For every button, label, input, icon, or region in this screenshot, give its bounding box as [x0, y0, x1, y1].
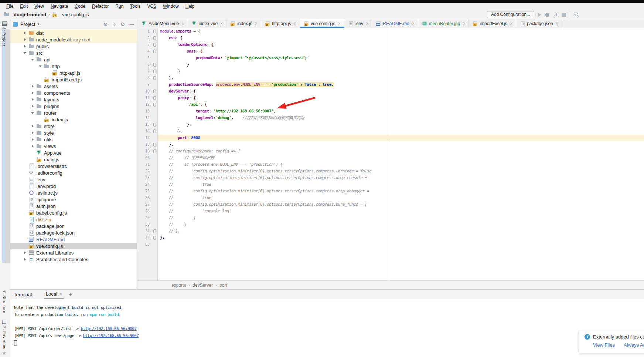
tab-close-icon[interactable]: × — [255, 21, 258, 26]
fold-open-icon[interactable] — [153, 149, 156, 153]
fold-open-icon[interactable] — [153, 90, 156, 93]
editor-tab--env[interactable]: .env× — [344, 19, 372, 28]
menu-run[interactable]: Run — [112, 3, 127, 10]
coverage-icon[interactable]: ↺ — [553, 12, 558, 17]
fold-close-icon[interactable] — [153, 143, 156, 146]
tree-item-router[interactable]: router — [10, 110, 137, 116]
tree-item-plugins[interactable]: plugins — [10, 103, 137, 110]
layout-grid-icon[interactable] — [2, 320, 6, 324]
editor-tab-package-json[interactable]: package.json× — [516, 19, 562, 28]
editor-tab-vue-config-js[interactable]: vue.config.js× — [300, 19, 344, 28]
fold-close-icon[interactable] — [153, 229, 156, 233]
tree-item-auth-json[interactable]: auth.json — [10, 203, 137, 209]
menu-window[interactable]: Window — [160, 3, 182, 10]
tree-item-style[interactable]: style — [10, 129, 137, 136]
tree-item-dist[interactable]: dist — [10, 30, 137, 36]
fold-open-icon[interactable] — [153, 103, 156, 107]
tree-item--gitignore[interactable]: .gitignore — [10, 196, 137, 203]
tree-item-scratches-and-consoles[interactable]: Scratches and Consoles — [10, 256, 137, 263]
fold-close-icon[interactable] — [153, 63, 156, 67]
tree-item-node-modules[interactable]: node_modules library root — [10, 36, 137, 43]
editor-tab-readme-md[interactable]: README.md× — [372, 19, 418, 28]
tool-window-icon[interactable] — [2, 21, 7, 26]
code-editor[interactable]: 1module.exports = {2 css: {3 loaderOptio… — [138, 28, 644, 280]
fold-open-icon[interactable] — [153, 43, 156, 47]
terminal-link[interactable]: http://192.168.66.56:9007 — [83, 333, 139, 338]
tree-item-http[interactable]: http — [10, 63, 137, 70]
tab-close-icon[interactable]: × — [412, 21, 415, 26]
new-terminal-button[interactable]: + — [69, 291, 72, 298]
tab-close-icon[interactable]: × — [510, 21, 512, 26]
tab-close-icon[interactable]: × — [366, 21, 368, 26]
project-panel-title[interactable]: Project — [20, 21, 35, 27]
run-icon[interactable] — [538, 13, 541, 17]
fold-close-icon[interactable] — [153, 129, 156, 133]
tree-item-app-vue[interactable]: App.vue — [10, 149, 137, 156]
tree-item-utils[interactable]: utils — [10, 136, 137, 143]
notification-action-always-add[interactable]: Always Add — [624, 342, 644, 348]
tab-close-icon[interactable]: × — [338, 21, 341, 26]
tree-item-views[interactable]: views — [10, 143, 137, 149]
tree-item-package-json[interactable]: package.json — [10, 223, 137, 229]
tab-close-icon[interactable]: × — [556, 21, 558, 26]
tree-item-main-js[interactable]: main.js — [10, 156, 137, 163]
tab-close-icon[interactable]: × — [294, 21, 296, 26]
star-icon[interactable]: ★ — [2, 350, 7, 356]
terminal-output[interactable]: Note that the development build is not o… — [10, 299, 644, 346]
editor-tab-asidemenu-vue[interactable]: AsideMenu.vue× — [138, 19, 188, 28]
menu-code[interactable]: Code — [71, 3, 89, 10]
editor-tab-importexcel-js[interactable]: importExcel.js× — [469, 19, 516, 28]
tree-item-importexcel-js[interactable]: importExcel.js — [10, 76, 137, 83]
editor-breadcrumb-devserver[interactable]: devServer — [192, 283, 213, 288]
search-icon[interactable] — [574, 12, 579, 17]
fold-open-icon[interactable] — [153, 50, 156, 53]
tree-item-api[interactable]: api — [10, 56, 137, 63]
url-link[interactable]: http://192.168.66.56:9007 — [216, 109, 272, 114]
tree-item-vue-config-js[interactable]: vue.config.js — [10, 243, 137, 249]
tree-item-src[interactable]: src — [10, 50, 137, 56]
breadcrumb-project[interactable]: duoji-frontend — [14, 12, 46, 17]
tree-item--browserslistrc[interactable]: .browserslistrc — [10, 163, 137, 169]
tab-close-icon[interactable]: × — [220, 21, 223, 26]
tree-item-assets[interactable]: assets — [10, 83, 137, 90]
menu-tools[interactable]: Tools — [127, 3, 144, 10]
stripe-item-project[interactable]: 1: Project — [2, 27, 6, 46]
tree-item--editorconfig[interactable]: .editorconfig — [10, 169, 137, 176]
tree-item-layouts[interactable]: layouts — [10, 96, 137, 103]
tree-item-package-lock-json[interactable]: package-lock.json — [10, 229, 137, 236]
editor-tab-http-api-js[interactable]: http-api.js× — [261, 19, 300, 28]
editor-tab-menurouter-jpg[interactable]: menuRouter.jpg× — [418, 19, 469, 28]
tree-item-babel-config-js[interactable]: babel.config.js — [10, 209, 137, 216]
terminal-link[interactable]: http://192.168.66.56:9007 — [81, 326, 137, 331]
tree-item-index-js[interactable]: index.js — [10, 116, 137, 123]
fold-close-icon[interactable] — [153, 76, 156, 80]
terminal-tab-local[interactable]: Local × — [44, 290, 64, 299]
settings-icon[interactable]: ⚙ — [120, 21, 125, 27]
editor-tab-index-vue[interactable]: index.vue× — [188, 19, 226, 28]
menu-view[interactable]: View — [31, 3, 47, 10]
stop-icon[interactable] — [562, 13, 566, 17]
tree-item-dist-zip[interactable]: dist.zip — [10, 216, 137, 223]
debug-icon[interactable] — [545, 13, 549, 17]
fold-open-icon[interactable] — [153, 30, 156, 33]
tree-item-public[interactable]: public — [10, 43, 137, 50]
add-configuration-button[interactable]: Add Configuration... — [487, 11, 534, 18]
breadcrumb-file[interactable]: vue.config.js — [62, 12, 89, 17]
fold-close-icon[interactable] — [153, 70, 156, 73]
chevron-down-icon[interactable]: ▾ — [37, 22, 39, 26]
menu-navigate[interactable]: Navigate — [47, 3, 71, 10]
fold-open-icon[interactable] — [153, 96, 156, 100]
menu-edit[interactable]: Edit — [17, 3, 31, 10]
editor-breadcrumb-port[interactable]: port — [219, 283, 227, 288]
tab-close-icon[interactable]: × — [463, 21, 465, 26]
editor-breadcrumb-exports[interactable]: exports — [171, 283, 186, 288]
tree-item--eslintrc-js[interactable]: .eslintrc.js — [10, 189, 137, 196]
stripe-item-structure[interactable]: 7: Structure — [2, 290, 7, 313]
menu-help[interactable]: Help — [182, 3, 198, 10]
locate-icon[interactable]: ⊕ — [104, 21, 108, 27]
tree-item-store[interactable]: store — [10, 123, 137, 129]
menu-vcs[interactable]: VCS — [144, 3, 160, 10]
notification-action-view-files[interactable]: View Files — [593, 342, 615, 348]
fold-close-icon[interactable] — [153, 236, 156, 240]
hide-icon[interactable]: — — [129, 21, 134, 27]
